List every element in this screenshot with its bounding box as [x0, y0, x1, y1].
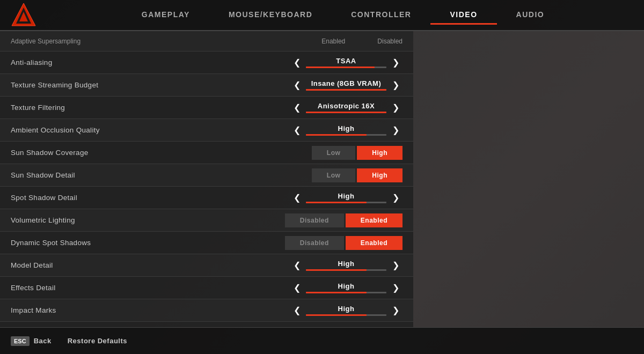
arrow-left-model_detail[interactable]: ❮ — [290, 257, 304, 274]
toggle-btn-sun_shadow_detail-low[interactable]: Low — [312, 168, 356, 182]
arrow-left-effects_detail[interactable]: ❮ — [290, 279, 304, 297]
setting-label-model_detail: Model Detail — [11, 261, 290, 269]
bottom-bar: ESC Back Restore Defaults — [0, 327, 644, 354]
setting-control-spot_shadow_detail: ❮High❯ — [290, 189, 402, 206]
toggle-control-sun_shadow_detail: LowHigh — [312, 168, 402, 182]
setting-row-ambient_occlusion: Ambient Occlusion Quality❮High❯ — [0, 119, 413, 142]
arrow-left-ambient_occlusion[interactable]: ❮ — [290, 122, 304, 139]
value-box-texture_streaming: Insane (8GB VRAM) — [306, 79, 386, 91]
arrow-left-anti_aliasing[interactable]: ❮ — [290, 54, 304, 71]
value-bar-impact_marks — [306, 314, 386, 316]
toggle-btn-dynamic_spot_shadows-disabled[interactable]: Disabled — [285, 236, 344, 250]
right-panel — [413, 31, 644, 327]
setting-row-model_detail: Model Detail❮High❯ — [0, 254, 413, 277]
value-bar-fill-model_detail — [306, 269, 367, 271]
toggle-btn-sun_shadow_coverage-high[interactable]: High — [357, 146, 402, 160]
setting-label-anti_aliasing: Anti-aliasing — [11, 58, 290, 67]
arrow-right-impact_marks[interactable]: ❯ — [389, 302, 402, 319]
setting-control-dynamic_spot_shadows: DisabledEnabled — [285, 236, 402, 250]
setting-label-ambient_occlusion: Ambient Occlusion Quality — [11, 126, 290, 134]
value-text-ambient_occlusion: High — [338, 124, 355, 132]
arrow-left-spot_shadow_detail[interactable]: ❮ — [290, 189, 304, 206]
setting-label-volumetric_lighting: Volumetric Lighting — [11, 216, 285, 224]
apex-logo — [11, 2, 36, 28]
toggle-btn-sun_shadow_coverage-low[interactable]: Low — [312, 146, 356, 160]
value-bar-spot_shadow_detail — [306, 202, 386, 203]
setting-label-spot_shadow_detail: Spot Shadow Detail — [11, 194, 290, 202]
tab-video[interactable]: VIDEO — [430, 6, 496, 25]
setting-label-effects_detail: Effects Detail — [11, 284, 290, 292]
setting-row-texture_filtering: Texture Filtering❮Anisotropic 16X❯ — [0, 97, 413, 119]
value-bar-model_detail — [306, 269, 386, 271]
setting-control-texture_streaming: ❮Insane (8GB VRAM)❯ — [290, 77, 402, 94]
value-bar-anti_aliasing — [306, 67, 386, 68]
value-bar-fill-spot_shadow_detail — [306, 202, 367, 203]
arrow-right-anti_aliasing[interactable]: ❯ — [389, 54, 402, 71]
value-text-anti_aliasing: TSAA — [336, 57, 356, 65]
toggle-btn-volumetric_lighting-disabled[interactable]: Disabled — [285, 213, 344, 227]
main-content: Adaptive Supersampling Enabled Disabled … — [0, 31, 644, 327]
value-bar-fill-anti_aliasing — [306, 67, 375, 68]
toggle-btn-dynamic_spot_shadows-enabled[interactable]: Enabled — [346, 236, 402, 250]
toggle-btn-volumetric_lighting-enabled[interactable]: Enabled — [346, 213, 402, 227]
arrow-right-ambient_occlusion[interactable]: ❯ — [389, 122, 402, 139]
restore-defaults-button[interactable]: Restore Defaults — [68, 337, 127, 345]
setting-row-texture_streaming: Texture Streaming Budget❮Insane (8GB VRA… — [0, 74, 413, 97]
setting-label-sun_shadow_coverage: Sun Shadow Coverage — [11, 149, 312, 157]
value-text-effects_detail: High — [338, 282, 355, 290]
setting-control-sun_shadow_detail: LowHigh — [312, 168, 402, 182]
setting-label-sun_shadow_detail: Sun Shadow Detail — [11, 171, 312, 179]
setting-label-texture_filtering: Texture Filtering — [11, 104, 290, 112]
tab-controller[interactable]: CONTROLLER — [332, 6, 430, 25]
setting-control-impact_marks: ❮High❯ — [290, 302, 402, 319]
setting-control-anti_aliasing: ❮TSAA❯ — [290, 54, 402, 71]
settings-rows: Anti-aliasing❮TSAA❯Texture Streaming Bud… — [0, 51, 413, 327]
value-text-texture_streaming: Insane (8GB VRAM) — [311, 79, 382, 87]
arrow-left-texture_streaming[interactable]: ❮ — [290, 77, 304, 94]
toggle-btn-sun_shadow_detail-high[interactable]: High — [357, 168, 402, 182]
arrow-left-impact_marks[interactable]: ❮ — [290, 302, 304, 319]
value-box-effects_detail: High — [306, 282, 386, 293]
value-box-ambient_occlusion: High — [306, 124, 386, 136]
value-text-model_detail: High — [338, 260, 355, 268]
arrow-right-effects_detail[interactable]: ❯ — [389, 279, 402, 297]
setting-row-impact_marks: Impact Marks❮High❯ — [0, 299, 413, 322]
setting-control-effects_detail: ❮High❯ — [290, 279, 402, 297]
truncated-v2: Disabled — [377, 38, 402, 45]
value-text-spot_shadow_detail: High — [338, 192, 355, 200]
esc-key: ESC — [11, 336, 30, 346]
value-text-impact_marks: High — [338, 305, 355, 313]
tab-audio[interactable]: AUDIO — [497, 6, 564, 25]
value-bar-effects_detail — [306, 292, 386, 293]
value-bar-fill-impact_marks — [306, 314, 367, 316]
setting-control-ambient_occlusion: ❮High❯ — [290, 122, 402, 139]
value-text-texture_filtering: Anisotropic 16X — [318, 102, 375, 110]
setting-row-sun_shadow_detail: Sun Shadow DetailLowHigh — [0, 164, 413, 187]
arrow-right-model_detail[interactable]: ❯ — [389, 257, 402, 274]
truncated-values: Enabled Disabled — [321, 38, 402, 45]
value-bar-texture_streaming — [306, 89, 386, 91]
arrow-left-texture_filtering[interactable]: ❮ — [290, 99, 304, 116]
setting-control-sun_shadow_coverage: LowHigh — [312, 146, 402, 160]
value-box-spot_shadow_detail: High — [306, 192, 386, 203]
nav-bar: GAMEPLAY MOUSE/KEYBOARD CONTROLLER VIDEO… — [0, 0, 644, 31]
value-bar-texture_filtering — [306, 112, 386, 113]
tab-gameplay[interactable]: GAMEPLAY — [122, 6, 209, 25]
setting-control-texture_filtering: ❮Anisotropic 16X❯ — [290, 99, 402, 116]
nav-tabs: GAMEPLAY MOUSE/KEYBOARD CONTROLLER VIDEO… — [53, 6, 633, 25]
setting-label-impact_marks: Impact Marks — [11, 306, 290, 314]
setting-label-texture_streaming: Texture Streaming Budget — [11, 81, 290, 89]
arrow-right-spot_shadow_detail[interactable]: ❯ — [389, 189, 402, 206]
settings-panel: Adaptive Supersampling Enabled Disabled … — [0, 31, 413, 327]
value-bar-fill-texture_filtering — [306, 112, 386, 113]
arrow-right-texture_streaming[interactable]: ❯ — [389, 77, 402, 94]
setting-control-model_detail: ❮High❯ — [290, 257, 402, 274]
setting-row-effects_detail: Effects Detail❮High❯ — [0, 277, 413, 299]
tab-mouse-keyboard[interactable]: MOUSE/KEYBOARD — [209, 6, 332, 25]
arrow-right-texture_filtering[interactable]: ❯ — [389, 99, 402, 116]
setting-row-sun_shadow_coverage: Sun Shadow CoverageLowHigh — [0, 142, 413, 164]
setting-label-dynamic_spot_shadows: Dynamic Spot Shadows — [11, 239, 285, 247]
esc-back-control[interactable]: ESC Back — [11, 336, 52, 346]
value-bar-fill-texture_streaming — [306, 89, 386, 91]
truncated-label: Adaptive Supersampling — [11, 38, 321, 45]
